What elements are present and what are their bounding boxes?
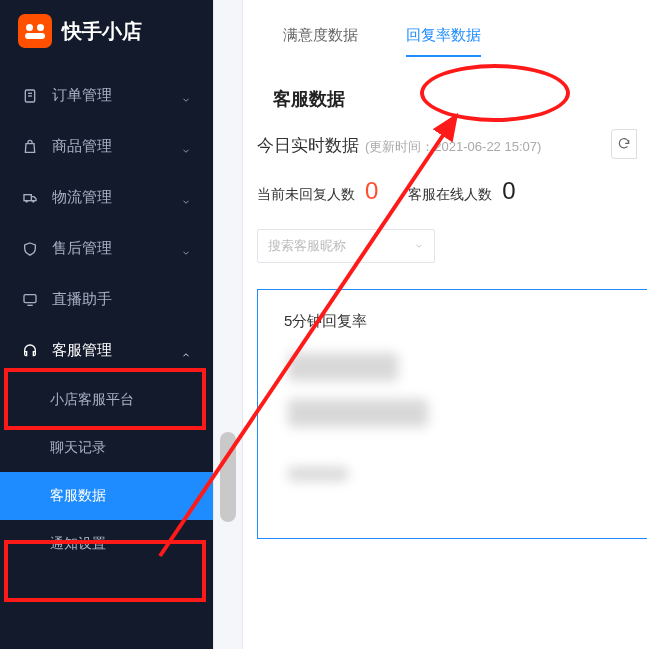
sidebar-item-label: 售后管理 bbox=[52, 239, 112, 258]
sidebar-item-label: 订单管理 bbox=[52, 86, 112, 105]
main-content: 满意度数据 回复率数据 客服数据 今日实时数据 (更新时间：2021-06-22… bbox=[243, 0, 647, 649]
doc-icon bbox=[22, 88, 38, 104]
divider-strip bbox=[213, 0, 243, 649]
svg-rect-3 bbox=[24, 194, 31, 200]
subitem-chat-history[interactable]: 聊天记录 bbox=[0, 424, 213, 472]
logo-icon bbox=[18, 14, 52, 48]
stat-value: 0 bbox=[365, 177, 378, 205]
sidebar-item-label: 商品管理 bbox=[52, 137, 112, 156]
headset-icon bbox=[22, 343, 38, 359]
chevron-down-icon bbox=[181, 244, 191, 254]
sidebar: 快手小店 订单管理 商品管理 物流管理 bbox=[0, 0, 213, 649]
refresh-button[interactable] bbox=[611, 129, 637, 159]
subitem-service-platform[interactable]: 小店客服平台 bbox=[0, 376, 213, 424]
sidebar-item-customer-service[interactable]: 客服管理 bbox=[0, 325, 213, 376]
chart-title: 5分钟回复率 bbox=[284, 312, 630, 331]
tab-satisfaction[interactable]: 满意度数据 bbox=[283, 26, 358, 57]
reply-rate-chart-panel[interactable]: 5分钟回复率 bbox=[257, 289, 647, 539]
refresh-icon bbox=[617, 137, 631, 151]
sidebar-item-products[interactable]: 商品管理 bbox=[0, 121, 213, 172]
blurred-content bbox=[288, 353, 398, 381]
stat-online-agents: 客服在线人数 0 bbox=[408, 177, 515, 205]
realtime-label: 今日实时数据 bbox=[257, 134, 359, 157]
bag-icon bbox=[22, 139, 38, 155]
blurred-content bbox=[288, 467, 348, 481]
shield-icon bbox=[22, 241, 38, 257]
truck-icon bbox=[22, 190, 38, 206]
svg-point-4 bbox=[26, 200, 28, 202]
sidebar-item-logistics[interactable]: 物流管理 bbox=[0, 172, 213, 223]
tabs-row: 满意度数据 回复率数据 bbox=[243, 0, 647, 57]
section-title: 客服数据 bbox=[243, 57, 647, 129]
app-logo: 快手小店 bbox=[0, 0, 213, 62]
customer-service-submenu: 小店客服平台 聊天记录 客服数据 通知设置 bbox=[0, 376, 213, 568]
tab-reply-rate[interactable]: 回复率数据 bbox=[406, 26, 481, 57]
stats-row: 当前未回复人数 0 客服在线人数 0 bbox=[243, 159, 647, 205]
sidebar-item-orders[interactable]: 订单管理 bbox=[0, 70, 213, 121]
search-placeholder: 搜索客服昵称 bbox=[268, 237, 346, 255]
app-title: 快手小店 bbox=[62, 18, 142, 45]
sidebar-item-aftersale[interactable]: 售后管理 bbox=[0, 223, 213, 274]
svg-rect-6 bbox=[24, 294, 36, 302]
blurred-content bbox=[288, 399, 428, 427]
search-agent-select[interactable]: 搜索客服昵称 bbox=[257, 229, 435, 263]
update-time: (更新时间：2021-06-22 15:07) bbox=[365, 138, 541, 156]
sidebar-item-label: 物流管理 bbox=[52, 188, 112, 207]
chevron-down-icon bbox=[181, 142, 191, 152]
subitem-service-data[interactable]: 客服数据 bbox=[0, 472, 213, 520]
monitor-icon bbox=[22, 292, 38, 308]
chevron-down-icon bbox=[181, 91, 191, 101]
svg-point-5 bbox=[32, 200, 34, 202]
sidebar-item-label: 客服管理 bbox=[52, 341, 112, 360]
stat-label: 客服在线人数 bbox=[408, 186, 492, 204]
realtime-row: 今日实时数据 (更新时间：2021-06-22 15:07) bbox=[243, 129, 647, 159]
scrollbar-thumb[interactable] bbox=[220, 432, 236, 522]
sidebar-item-live-assist[interactable]: 直播助手 bbox=[0, 274, 213, 325]
chevron-down-icon bbox=[181, 193, 191, 203]
stat-unreplied: 当前未回复人数 0 bbox=[257, 177, 378, 205]
subitem-notification-settings[interactable]: 通知设置 bbox=[0, 520, 213, 568]
sidebar-item-label: 直播助手 bbox=[52, 290, 112, 309]
chevron-down-icon bbox=[414, 241, 424, 251]
stat-value: 0 bbox=[502, 177, 515, 205]
stat-label: 当前未回复人数 bbox=[257, 186, 355, 204]
main-nav: 订单管理 商品管理 物流管理 bbox=[0, 62, 213, 568]
chevron-up-icon bbox=[181, 346, 191, 356]
